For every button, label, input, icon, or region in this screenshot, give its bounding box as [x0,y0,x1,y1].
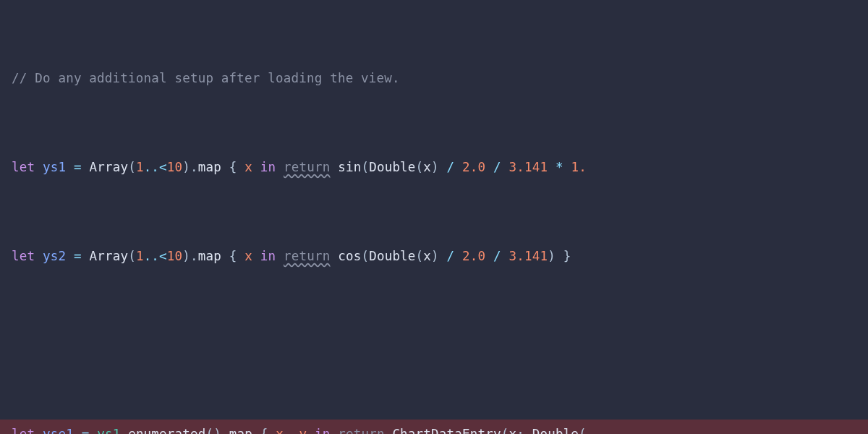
dot: . [221,427,229,434]
type-double: Double [532,427,579,434]
paren: ( [206,427,214,434]
range-op: ..< [144,249,167,263]
keyword-let: let [12,427,35,434]
type-array: Array [89,160,128,174]
keyword-in: in [260,160,276,174]
keyword-return: return [284,160,330,174]
code-line[interactable]: // Do any additional setup after loading… [0,64,868,93]
var-ys1: ys1 [43,160,66,174]
paren: ) [213,427,221,434]
param-y: y [299,427,307,434]
number: 10 [167,249,182,263]
ref-ys1: ys1 [97,427,120,434]
paren: ( [416,249,424,263]
number: 2.0 [462,160,485,174]
number: 3.141 [509,249,548,263]
method-map: map [198,160,221,174]
var-x: x [423,249,431,263]
code-line[interactable]: let ys2 = Array(1..<10).map { x in retur… [0,242,868,271]
equals: = [74,160,82,174]
param-x: x [276,427,284,434]
divide: / [493,160,501,174]
paren: ( [128,160,136,174]
keyword-return: return [284,249,330,263]
number: 1 [136,160,144,174]
number: 3.141 [509,160,548,174]
type-array: Array [89,249,128,263]
paren: ( [501,427,509,434]
range-op: ..< [144,160,167,174]
divide: / [493,249,501,263]
dot: . [120,427,128,434]
code-editor[interactable]: // Do any additional setup after loading… [0,0,868,434]
paren: ) [548,249,556,263]
var-ys2: ys2 [43,249,66,263]
keyword-in: in [260,249,276,263]
paren: ) [431,249,439,263]
keyword-let: let [12,160,35,174]
brace: { [260,427,268,434]
arg-x: x [509,427,516,434]
equals: = [82,427,90,434]
comma: , [284,427,292,434]
comment: // Do any additional setup after loading… [12,71,400,85]
paren: ( [579,427,587,434]
paren: ) [431,160,439,174]
divide: / [447,160,455,174]
var-yse1: yse1 [43,427,74,434]
keyword-let: let [12,249,35,263]
method-enumerated: enumerated [128,427,205,434]
brace: { [229,160,237,174]
type-chartdataentry: ChartDataEntry [392,427,501,434]
var-x: x [423,160,431,174]
divide: / [447,249,455,263]
paren: ( [361,249,369,263]
type-double: Double [369,160,415,174]
code-line-highlighted[interactable]: let yse1 = ys1.enumerated().map { x, y i… [0,420,868,434]
equals: = [74,249,82,263]
number: 2.0 [462,249,485,263]
paren: ) [182,160,190,174]
blank-line[interactable] [0,331,868,360]
paren: ( [361,160,369,174]
func-cos: cos [338,249,361,263]
param-x: x [244,160,252,174]
method-map: map [229,427,252,434]
brace: { [229,249,237,263]
brace: } [563,249,571,263]
type-double: Double [369,249,415,263]
param-x: x [244,249,252,263]
multiply: * [556,160,563,174]
dot: . [190,160,198,174]
dot: . [190,249,198,263]
func-sin: sin [338,160,361,174]
number: 1. [571,160,587,174]
number: 10 [167,160,182,174]
method-map: map [198,249,221,263]
paren: ( [128,249,136,263]
paren: ) [182,249,190,263]
colon: : [516,427,524,434]
code-line[interactable]: let ys1 = Array(1..<10).map { x in retur… [0,153,868,182]
keyword-return: return [338,427,384,434]
keyword-in: in [315,427,330,434]
paren: ( [416,160,424,174]
number: 1 [136,249,144,263]
